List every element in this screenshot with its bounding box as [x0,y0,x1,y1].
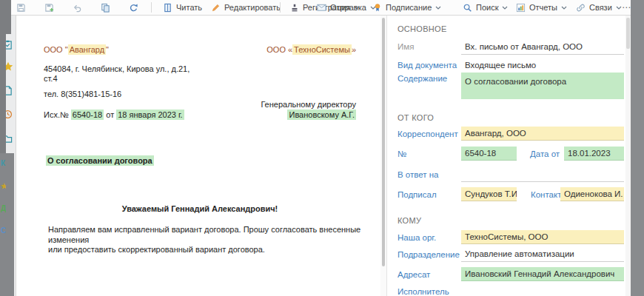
refresh-button[interactable] [129,0,138,15]
doc-type-field[interactable]: Входящее письмо [461,58,624,73]
edit-label: Редактировать [224,3,281,12]
panel-divider [386,16,387,296]
panel-scrollbar[interactable] [625,16,631,296]
read-document-icon [163,3,172,13]
field-label-name: Имя [398,42,414,51]
reports-menu-button[interactable]: Отчеты [516,0,567,15]
date-from-field[interactable]: 18.01.2023 [564,147,624,161]
addressee-field[interactable]: Ивановский Геннадий Александрович [461,267,624,281]
document-org-row: ООО "Авангард" ООО «ТехноСистемы» [44,45,356,54]
document-scrollbar[interactable] [380,16,386,296]
field-label-date-from[interactable]: Дата от [530,149,560,158]
copy-button[interactable] [101,0,110,15]
field-label-executor[interactable]: Исполнитель [398,287,449,296]
sender-phone: тел. 8(351)481-15-16 [44,90,121,98]
section-to: КОМУ [398,216,421,225]
stamp-icon [290,3,299,13]
section-from: ОТ КОГО [398,113,434,122]
seal-icon [373,3,382,13]
cropped-edge-right [631,0,644,296]
search-icon [463,3,472,13]
document-scrollbar-thumb[interactable] [382,18,385,266]
toolbar-separator [280,2,281,13]
name-field[interactable]: Вх. письмо от Авангард, ООО [461,40,624,55]
sender-org-highlight: Авангард [68,44,106,55]
save-close-button[interactable] [44,0,54,15]
addressee-block: Генеральному директору Ивановскому А.Г. [261,99,356,120]
outgoing-ref-line: Исх.№ 6540-18 от 18 января 2023 г. [44,110,184,119]
links-label: Связи [589,3,612,12]
content-field[interactable]: О согласовании договора [461,73,624,99]
read-button[interactable]: Читать [163,0,202,15]
ref-date-highlight: 18 января 2023 г. [116,110,184,120]
undo-icon [73,3,82,13]
sender-org: ООО "Авангард" [44,45,109,54]
in-reply-to-field[interactable] [461,167,624,182]
section-main: ОСНОВНОЕ [398,24,447,33]
contact-field[interactable]: Одиенокова И. [560,187,624,201]
department-field[interactable]: Управление автоматизации [461,247,624,262]
executor-field[interactable] [461,284,624,296]
signing-menu-button[interactable]: Подписание [373,0,441,15]
field-label-content[interactable]: Содержание [398,74,447,83]
correspondent-field[interactable]: Авангард, ООО [461,127,624,141]
save-button[interactable] [16,0,26,15]
field-label-in-reply-to[interactable]: В ответ на [398,170,438,179]
send-menu-button[interactable]: Отправка [317,0,376,15]
field-label-correspondent[interactable]: Корреспондент [398,130,458,138]
search-menu-button[interactable]: Поиск [463,0,508,15]
field-label-department[interactable]: Подразделение [398,250,460,259]
link-icon [576,3,586,13]
addressee-title: Генеральному директору [261,99,356,110]
chevron-down-icon [502,6,508,10]
save-icon [16,3,26,13]
field-label-contact[interactable]: Контакт [531,190,561,199]
toolbar-separator [151,2,152,13]
sender-address: 454084, г. Челябинск, Кирова ул., д.21, … [44,64,189,84]
document-properties-panel: ОСНОВНОЕ Имя Вх. письмо от Авангард, ООО… [387,16,625,296]
field-label-doc-type[interactable]: Вид документа [398,61,457,70]
chevron-down-icon [435,6,441,10]
field-label-signed-by[interactable]: Подписал [398,190,437,199]
document-subject: О согласовании договора [46,156,154,165]
save-plus-icon [44,3,54,13]
number-field[interactable]: 6540-18 [461,147,517,161]
pencil-icon [211,3,221,13]
field-label-our-org[interactable]: Наша орг. [398,233,436,242]
undo-button[interactable] [73,0,82,15]
chevron-down-icon [616,6,622,10]
read-label: Читать [176,3,202,12]
field-label-number[interactable]: № [398,149,406,158]
recipient-org: ООО «ТехноСистемы» [266,45,356,54]
salutation: Уважаемый Геннадий Александрович! [44,204,356,213]
mail-icon [317,3,326,12]
recipient-org-highlight: ТехноСистемы [292,44,352,55]
cropped-edge-top-left [0,0,11,34]
signed-by-field[interactable]: Сундуков Т.И. [461,187,517,201]
copy-icon [101,3,110,13]
edit-button[interactable]: Редактировать [211,0,281,15]
reports-label: Отчеты [529,3,557,12]
command-toolbar: Читать Редактировать Регистрация Отправк… [0,0,631,16]
document-preview: ООО "Авангард" ООО «ТехноСистемы» 454084… [16,16,380,296]
addressee-person-highlight: Ивановскому А.Г. [287,110,356,120]
links-menu-button[interactable]: Связи [576,0,622,15]
search-label: Поиск [476,3,498,12]
signing-label: Подписание [386,3,432,12]
send-label: Отправка [330,3,366,12]
document-body: Направляем вам исправленный вариант дого… [48,225,380,255]
chevron-down-icon [561,6,567,10]
cropped-edge-bottom-left: К ★ Д С [0,153,14,296]
panel-scrollbar-thumb[interactable] [626,18,630,49]
cropped-edge-overlay [6,153,14,296]
ref-number-highlight: 6540-18 [71,110,104,120]
our-org-field[interactable]: ТехноСистемы, ООО [461,230,624,244]
field-label-addressee[interactable]: Адресат [398,270,430,279]
bar-chart-icon [516,3,526,13]
refresh-icon [129,3,138,13]
cropped-edge-left [0,34,6,153]
